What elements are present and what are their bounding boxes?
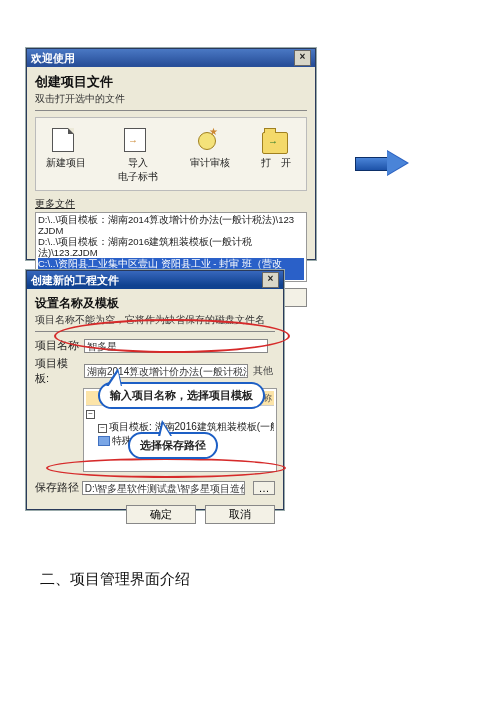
tool-label: 新建项目 [46,157,86,168]
other-label[interactable]: 其他 [253,364,273,378]
import-icon [124,128,146,152]
close-icon[interactable]: × [294,50,311,66]
list-item[interactable]: D:\..\项目模板：湖南2014算改增计价办法(一般计税法)\123 ZJDM [38,214,304,236]
dialog-subheading: 双击打开选中的文件 [35,92,307,106]
welcome-dialog: 欢迎使用 × 创建项目文件 双击打开选中的文件 新建项目 导入 电子标书 审计审… [26,48,316,260]
tool-label: 打 开 [261,157,291,168]
dialog-subheading: 项目名称不能为空，它将作为缺省保存的磁盘文件名 [35,313,275,327]
page-icon [52,128,74,152]
open-button[interactable]: 打 开 [252,128,300,184]
ok-button[interactable]: 确定 [126,505,196,524]
audit-button[interactable]: 审计审核 [186,128,234,184]
folder-icon [98,436,110,446]
divider [35,110,307,111]
title-text: 创建新的工程文件 [31,271,119,289]
browse-button[interactable]: … [253,481,275,495]
list-item[interactable]: D:\..\项目模板：湖南2016建筑粗装模板(一般计税法)\123.ZJDM [38,236,304,258]
new-project-button[interactable]: 新建项目 [42,128,90,184]
more-files-label[interactable]: 更多文件 [35,197,307,211]
dialog-heading: 创建项目文件 [35,73,307,91]
tool-label: 审计审核 [190,157,230,168]
folder-open-icon [262,132,288,154]
title-text: 欢迎使用 [31,49,75,67]
titlebar: 欢迎使用 × [27,49,315,67]
project-name-input[interactable]: 智多星 [84,339,268,353]
arrow-right-icon [355,150,409,176]
titlebar: 创建新的工程文件 × [27,271,283,289]
tree-item[interactable]: − [86,406,274,420]
section-heading: 二、项目管理界面介绍 [40,570,190,589]
action-toolbar: 新建项目 导入 电子标书 审计审核 打 开 [35,117,307,191]
tree-item[interactable]: 特殊项目模板 [86,434,274,448]
template-select[interactable]: 湖南2014算改增计价办法(一般计税法) [84,364,248,378]
divider [35,331,275,332]
save-path-label: 保存路径 [35,480,80,495]
tool-label: 导入 电子标书 [118,157,158,182]
template-label: 项目模板: [35,356,81,386]
template-tree[interactable]: 名称 − −项目模板: 湖南2016建筑粗装模板(一般计税法) 特殊项目模板 [83,388,277,472]
audit-icon [196,128,218,150]
dialog-heading: 设置名称及模板 [35,295,275,312]
name-label: 项目名称 [35,338,81,353]
cancel-button[interactable]: 取消 [205,505,275,524]
save-path-input[interactable]: D:\智多星软件测试盘\智多星项目造价软件\智多星项目盘 [82,481,245,495]
tree-header: 名称 [86,391,274,406]
import-button[interactable]: 导入 电子标书 [108,128,168,184]
tree-item[interactable]: −项目模板: 湖南2016建筑粗装模板(一般计税法) [86,420,274,434]
create-project-dialog: 创建新的工程文件 × 设置名称及模板 项目名称不能为空，它将作为缺省保存的磁盘文… [26,270,284,510]
close-icon[interactable]: × [262,272,279,288]
